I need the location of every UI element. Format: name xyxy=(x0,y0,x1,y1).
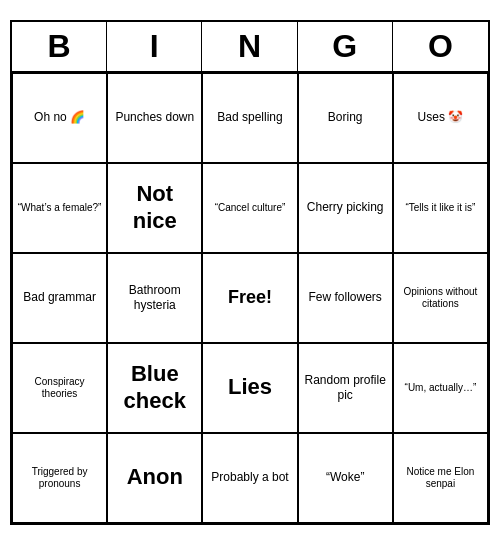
bingo-cell-0: Oh no 🌈 xyxy=(12,73,107,163)
cell-text-1: Punches down xyxy=(115,110,194,124)
cell-text-0: Oh no 🌈 xyxy=(34,110,85,124)
cell-text-16: Blue check xyxy=(112,361,197,414)
bingo-cell-2: Bad spelling xyxy=(202,73,297,163)
bingo-cell-7: “Cancel culture” xyxy=(202,163,297,253)
cell-text-2: Bad spelling xyxy=(217,110,282,124)
bingo-cell-4: Uses 🤡 xyxy=(393,73,488,163)
cell-text-18: Random profile pic xyxy=(303,373,388,402)
cell-text-14: Opinions without citations xyxy=(398,286,483,310)
cell-text-22: Probably a bot xyxy=(211,470,288,484)
cell-text-5: “What’s a female?” xyxy=(18,202,102,214)
cell-text-10: Bad grammar xyxy=(23,290,96,304)
bingo-cell-16: Blue check xyxy=(107,343,202,433)
bingo-cell-11: Bathroom hysteria xyxy=(107,253,202,343)
cell-text-21: Anon xyxy=(127,464,183,490)
header-letter-o: O xyxy=(393,22,488,71)
bingo-cell-17: Lies xyxy=(202,343,297,433)
cell-text-8: Cherry picking xyxy=(307,200,384,214)
cell-text-4: Uses 🤡 xyxy=(418,110,464,124)
header-letter-b: B xyxy=(12,22,107,71)
bingo-cell-1: Punches down xyxy=(107,73,202,163)
bingo-cell-14: Opinions without citations xyxy=(393,253,488,343)
bingo-cell-10: Bad grammar xyxy=(12,253,107,343)
bingo-cell-13: Few followers xyxy=(298,253,393,343)
bingo-cell-15: Conspiracy theories xyxy=(12,343,107,433)
bingo-cell-22: Probably a bot xyxy=(202,433,297,523)
cell-text-6: Not nice xyxy=(112,181,197,234)
bingo-grid: Oh no 🌈Punches downBad spellingBoringUse… xyxy=(12,73,488,523)
cell-text-15: Conspiracy theories xyxy=(17,376,102,400)
cell-text-24: Notice me Elon senpai xyxy=(398,466,483,490)
cell-text-23: “Woke” xyxy=(326,470,364,484)
bingo-cell-18: Random profile pic xyxy=(298,343,393,433)
cell-text-20: Triggered by pronouns xyxy=(17,466,102,490)
bingo-cell-20: Triggered by pronouns xyxy=(12,433,107,523)
bingo-cell-21: Anon xyxy=(107,433,202,523)
bingo-card: BINGO Oh no 🌈Punches downBad spellingBor… xyxy=(10,20,490,525)
header-letter-n: N xyxy=(202,22,297,71)
cell-text-12: Free! xyxy=(228,287,272,309)
bingo-cell-9: “Tells it like it is” xyxy=(393,163,488,253)
cell-text-3: Boring xyxy=(328,110,363,124)
bingo-cell-8: Cherry picking xyxy=(298,163,393,253)
bingo-cell-6: Not nice xyxy=(107,163,202,253)
cell-text-17: Lies xyxy=(228,374,272,400)
header-letter-i: I xyxy=(107,22,202,71)
bingo-cell-3: Boring xyxy=(298,73,393,163)
cell-text-11: Bathroom hysteria xyxy=(112,283,197,312)
cell-text-13: Few followers xyxy=(309,290,382,304)
cell-text-9: “Tells it like it is” xyxy=(405,202,475,214)
header-letter-g: G xyxy=(298,22,393,71)
cell-text-19: “Um, actually…” xyxy=(405,382,477,394)
cell-text-7: “Cancel culture” xyxy=(215,202,286,214)
bingo-cell-19: “Um, actually…” xyxy=(393,343,488,433)
bingo-cell-12: Free! xyxy=(202,253,297,343)
bingo-header: BINGO xyxy=(12,22,488,73)
bingo-cell-5: “What’s a female?” xyxy=(12,163,107,253)
bingo-cell-23: “Woke” xyxy=(298,433,393,523)
bingo-cell-24: Notice me Elon senpai xyxy=(393,433,488,523)
